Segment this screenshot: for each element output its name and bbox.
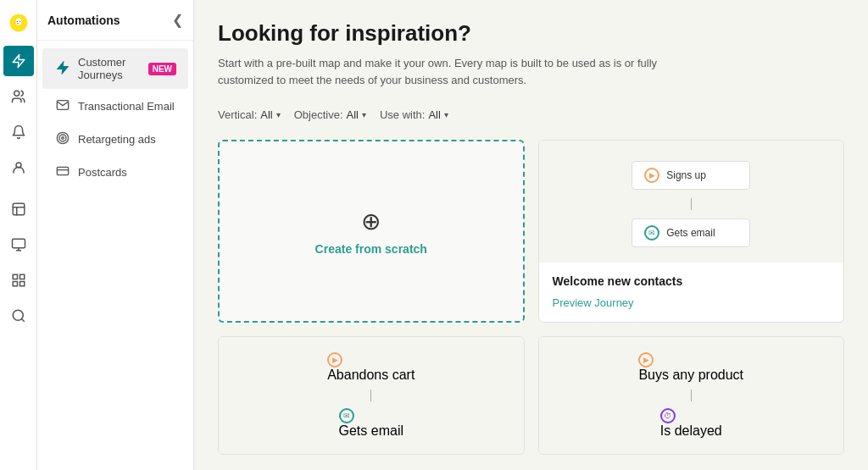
- filter-vertical[interactable]: Vertical: All ▾: [218, 105, 281, 124]
- node-connector-3: [691, 390, 692, 401]
- filter-vertical-chevron-icon: ▾: [276, 110, 281, 119]
- main-content: Looking for inspiration? Start with a pr…: [194, 0, 868, 470]
- sidebar: Automations ❮ Customer Journeys New Tran…: [37, 0, 194, 470]
- top-cards-grid: ⊕ Create from scratch ▶ Signs up ✉ Gets …: [218, 140, 844, 323]
- search-icon[interactable]: [3, 301, 34, 331]
- gets-email-node-2: ✉ Gets email: [339, 408, 403, 439]
- svg-rect-8: [19, 274, 24, 279]
- page-subtitle: Start with a pre-built map and make it y…: [218, 55, 693, 88]
- notifications-icon[interactable]: [3, 117, 34, 147]
- gets-email-label-2: Gets email: [339, 423, 403, 438]
- filter-objective-label: Objective:: [294, 108, 343, 121]
- profile-icon[interactable]: [3, 152, 34, 183]
- sidebar-item-customer-journeys[interactable]: Customer Journeys New: [42, 48, 188, 89]
- sidebar-item-postcards[interactable]: Postcards: [42, 157, 188, 188]
- create-scratch-plus-icon: ⊕: [361, 207, 381, 235]
- new-badge: New: [148, 63, 176, 75]
- filter-use-with-chevron-icon: ▾: [444, 110, 448, 119]
- gets-email-label-1: Gets email: [666, 227, 715, 239]
- buys-product-preview: ▶ Buys any product ⏱ Is delayed: [539, 337, 844, 454]
- content-icon[interactable]: [3, 194, 34, 224]
- sidebar-item-retargeting-ads[interactable]: Retargeting ads: [42, 124, 188, 155]
- sidebar-title: Automations: [47, 14, 120, 27]
- is-delayed-icon: ⏱: [660, 408, 676, 423]
- buys-product-label: Buys any product: [638, 368, 743, 382]
- node-connector-2: [370, 390, 371, 401]
- signs-up-icon: ▶: [644, 168, 659, 183]
- svg-rect-10: [19, 282, 24, 286]
- buys-product-icon: ▶: [638, 352, 654, 368]
- page-title: Looking for inspiration?: [218, 20, 844, 47]
- abandons-cart-preview: ▶ Abandons cart ✉ Gets email: [219, 337, 524, 454]
- filter-vertical-value: All: [260, 108, 272, 121]
- automations-icon[interactable]: [3, 46, 34, 76]
- sidebar-navigation: Customer Journeys New Transactional Emai…: [37, 41, 193, 196]
- contacts-icon[interactable]: [3, 81, 34, 112]
- postcards-icon: [54, 164, 71, 180]
- customer-journeys-icon: [54, 61, 71, 77]
- left-icon-bar: [0, 0, 37, 470]
- abandons-cart-node: ▶ Abandons cart: [327, 352, 415, 383]
- sidebar-header-left: Automations: [47, 14, 120, 27]
- signs-up-label: Signs up: [666, 169, 706, 181]
- buys-product-card: ▶ Buys any product ⏱ Is delayed: [538, 336, 845, 455]
- gets-email-icon-2: ✉: [339, 408, 354, 423]
- filter-use-with-value: All: [428, 108, 440, 121]
- transactional-email-label: Transactional Email: [78, 100, 176, 113]
- svg-point-2: [19, 21, 20, 22]
- svg-rect-7: [13, 274, 17, 279]
- svg-rect-16: [57, 167, 68, 174]
- welcome-card-title: Welcome new contacts: [553, 274, 831, 288]
- svg-rect-9: [13, 282, 17, 286]
- svg-point-14: [59, 135, 66, 141]
- filter-use-with[interactable]: Use with: All ▾: [380, 105, 448, 124]
- svg-point-11: [13, 310, 23, 320]
- filters-row: Vertical: All ▾ Objective: All ▾ Use wit…: [218, 105, 844, 124]
- svg-line-12: [21, 318, 24, 321]
- is-delayed-label: Is delayed: [660, 423, 722, 438]
- filter-use-with-label: Use with:: [380, 108, 425, 121]
- welcome-card-info: Welcome new contacts Preview Journey: [539, 263, 844, 322]
- bottom-cards-grid: ▶ Abandons cart ✉ Gets email ▶ Buys any …: [218, 336, 844, 455]
- abandons-cart-card: ▶ Abandons cart ✉ Gets email: [218, 336, 525, 455]
- welcome-new-contacts-card: ▶ Signs up ✉ Gets email Welcome new cont…: [538, 140, 845, 323]
- campaigns-icon[interactable]: [3, 229, 34, 260]
- svg-point-1: [16, 21, 17, 22]
- svg-point-15: [62, 137, 64, 140]
- gets-email-node-1: ✉ Gets email: [632, 218, 750, 247]
- abandons-cart-label: Abandons cart: [327, 368, 415, 382]
- apps-icon[interactable]: [3, 265, 34, 296]
- create-from-scratch-inner[interactable]: ⊕ Create from scratch: [315, 207, 427, 256]
- sidebar-header: Automations ❮: [37, 0, 193, 41]
- svg-rect-5: [13, 203, 25, 215]
- filter-objective[interactable]: Objective: All ▾: [294, 105, 366, 124]
- abandons-cart-icon: ▶: [327, 352, 342, 368]
- sidebar-item-transactional-email[interactable]: Transactional Email: [42, 91, 188, 122]
- sidebar-collapse-button[interactable]: ❮: [172, 12, 183, 28]
- welcome-card-preview: ▶ Signs up ✉ Gets email: [539, 141, 844, 263]
- transactional-email-icon: [54, 98, 71, 114]
- is-delayed-node: ⏱ Is delayed: [660, 408, 722, 439]
- filter-objective-value: All: [347, 108, 359, 121]
- node-connector-1: [691, 198, 692, 210]
- buys-product-node: ▶ Buys any product: [638, 352, 743, 383]
- create-from-scratch-label: Create from scratch: [315, 242, 427, 256]
- gets-email-icon-1: ✉: [644, 225, 659, 241]
- mailchimp-logo-icon[interactable]: [3, 8, 34, 38]
- create-from-scratch-card[interactable]: ⊕ Create from scratch: [218, 140, 525, 323]
- retargeting-ads-icon: [54, 131, 71, 147]
- svg-point-3: [14, 91, 19, 96]
- filter-objective-chevron-icon: ▾: [362, 110, 366, 119]
- filter-vertical-label: Vertical:: [218, 108, 257, 121]
- retargeting-ads-label: Retargeting ads: [78, 133, 176, 146]
- welcome-preview-journey-link[interactable]: Preview Journey: [553, 296, 634, 309]
- customer-journeys-label: Customer Journeys: [78, 56, 142, 81]
- svg-rect-6: [12, 239, 25, 248]
- signs-up-node: ▶ Signs up: [632, 161, 750, 190]
- postcards-label: Postcards: [78, 166, 176, 179]
